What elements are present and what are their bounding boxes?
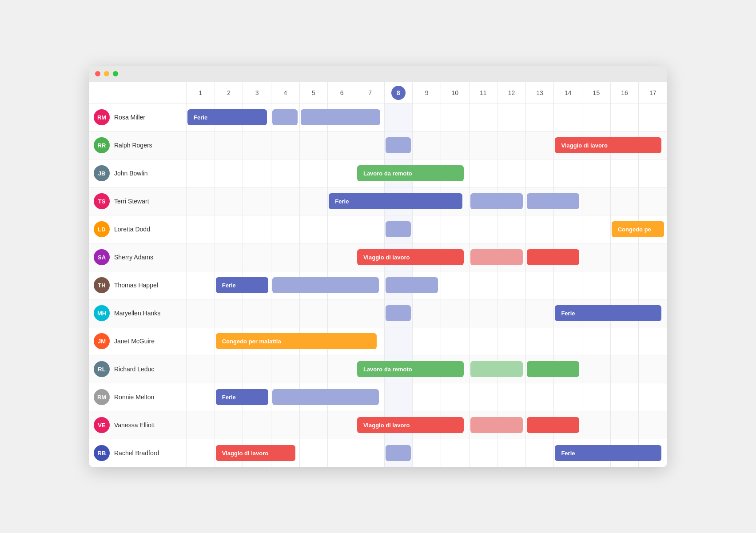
day-cell-10 [441,103,469,131]
event-bar[interactable] [470,417,523,433]
day-cell-12 [497,383,526,411]
day-cell-1 [187,271,215,299]
event-bar[interactable]: Ferie [555,305,661,321]
event-bar[interactable] [386,137,411,153]
day-cell-17 [639,243,667,271]
event-bar[interactable]: Ferie [555,445,661,461]
day-cell-14 [554,383,582,411]
avatar: MH [94,305,110,321]
day-cell-17 [639,327,667,355]
event-bar[interactable] [527,361,579,377]
event-bar[interactable] [272,277,379,293]
employee-name-cell: RM Rosa Miller [89,103,187,131]
app-window: 1234567891011121314151617 RM Rosa Miller… [89,66,667,467]
day-cell-10 [441,383,469,411]
day-cell-6 [328,439,356,467]
titlebar [89,66,667,82]
event-bar[interactable]: Congedo per malattia [216,333,377,349]
day-cell-13 [525,215,554,243]
day-cell-15 [582,383,611,411]
avatar: RM [94,389,110,405]
event-bar[interactable]: Viaggio di lavoro [357,249,464,265]
day-cell-14 [554,103,582,131]
day-cell-15 [582,411,611,439]
day-cell-7 [356,439,384,467]
day-cell-13 [525,355,554,383]
event-bar[interactable] [470,361,523,377]
day-cell-7 [356,299,384,327]
day-cell-3 [243,411,271,439]
day-cell-9 [413,215,441,243]
employee-name: Terri Stewart [114,198,149,205]
day-cell-9 [413,439,441,467]
day-cell-8 [384,131,413,159]
day-cell-13 [525,271,554,299]
day-cell-6 [328,411,356,439]
close-dot[interactable] [95,71,100,76]
day-header-15: 15 [582,82,611,103]
event-bar[interactable] [272,389,379,405]
event-bar[interactable] [386,277,438,293]
search-header[interactable] [89,82,187,103]
avatar: TS [94,193,110,209]
day-header-3: 3 [243,82,271,103]
event-bar[interactable]: Ferie [187,109,267,125]
event-bar[interactable]: Lavoro da remoto [357,165,464,181]
today-indicator: 8 [391,86,406,100]
event-bar[interactable]: Ferie [329,193,462,209]
employee-name: Vanessa Elliott [114,422,155,429]
day-cell-15 [582,243,611,271]
event-bar[interactable] [386,305,411,321]
day-cell-11 [469,243,497,271]
minimize-dot[interactable] [104,71,109,76]
employee-name: John Bowlin [114,170,148,177]
day-cell-12 [497,159,526,187]
event-bar[interactable]: Viaggio di lavoro [357,417,464,433]
day-cell-4 [271,187,300,215]
day-cell-4 [271,355,300,383]
maximize-dot[interactable] [113,71,118,76]
day-cell-7: Viaggio di lavoro [356,243,384,271]
event-bar[interactable] [386,221,411,237]
day-cell-16 [610,187,639,215]
day-cell-17 [639,159,667,187]
day-cell-11 [469,103,497,131]
employee-name-cell: JB John Bowlin [89,159,187,187]
day-cell-17 [639,383,667,411]
day-cell-17 [639,355,667,383]
event-bar[interactable] [386,445,411,461]
event-bar[interactable]: Viaggio di lavoro [555,137,661,153]
event-bar[interactable] [272,109,298,125]
day-cell-13 [525,411,554,439]
employee-name: Janet McGuire [114,338,155,345]
day-cell-7: Lavoro da remoto [356,355,384,383]
event-bar[interactable] [527,249,579,265]
day-cell-5 [299,439,328,467]
event-bar[interactable]: Viaggio di lavoro [216,445,295,461]
event-bar[interactable]: Ferie [216,277,268,293]
event-bar[interactable]: Ferie [216,389,268,405]
avatar: RL [94,361,110,377]
day-cell-7: Lavoro da remoto [356,159,384,187]
day-cell-7: Viaggio di lavoro [356,411,384,439]
event-bar[interactable] [527,193,579,209]
day-cell-5 [299,355,328,383]
day-cell-4 [271,383,300,411]
day-cell-9 [413,103,441,131]
day-header-4: 4 [271,82,300,103]
day-cell-10 [441,215,469,243]
event-bar[interactable]: Lavoro da remoto [357,361,464,377]
day-cell-12 [497,215,526,243]
day-cell-16 [610,271,639,299]
day-cell-1 [187,159,215,187]
day-cell-11 [469,299,497,327]
event-bar[interactable]: Congedo pe [612,221,664,237]
day-cell-11 [469,411,497,439]
event-bar[interactable] [470,249,523,265]
day-cell-1 [187,131,215,159]
event-bar[interactable] [301,109,380,125]
event-bar[interactable] [470,193,523,209]
event-bar[interactable] [527,417,579,433]
day-cell-14 [554,271,582,299]
day-cell-17 [639,187,667,215]
